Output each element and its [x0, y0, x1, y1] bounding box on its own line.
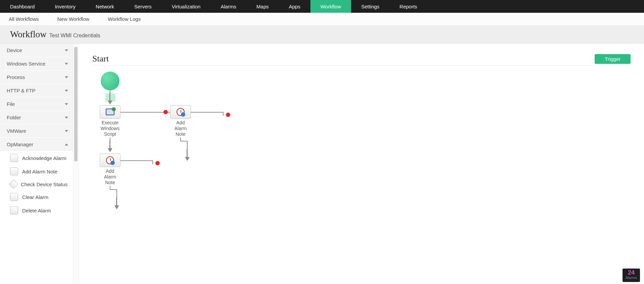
task-icon: [10, 206, 18, 214]
nav-workflow[interactable]: Workflow: [310, 0, 351, 13]
connector: [180, 137, 181, 141]
sidebar-task-label: Acknowledge Alarm: [22, 155, 66, 161]
sidebar-cat-http-ftp[interactable]: HTTP & FTP: [0, 84, 73, 97]
sidebar-cat-label: Device: [7, 47, 22, 53]
sidebar-task-label: Delete Alarm: [22, 208, 51, 213]
arrow-down-icon: [108, 148, 112, 152]
connector: [191, 112, 223, 113]
subnav-all-workflows[interactable]: All Workflows: [9, 16, 39, 22]
start-heading: Start: [92, 54, 109, 64]
start-node[interactable]: [101, 72, 119, 90]
nav-dashboard[interactable]: Dashboard: [0, 0, 45, 13]
sidebar-cat-process[interactable]: Process: [0, 71, 73, 84]
alarm-note-icon: [106, 156, 114, 164]
nav-maps[interactable]: Maps: [246, 0, 279, 13]
node-execute-windows-script[interactable]: Execute Windows Script: [100, 105, 120, 137]
connector: [110, 186, 110, 189]
node-label-line: Alarm: [170, 126, 191, 131]
chevron-down-icon: [65, 117, 68, 119]
connector: [120, 160, 152, 161]
sub-nav: All Workflows New Workflow Workflow Logs: [0, 13, 644, 26]
task-icon: [10, 167, 18, 175]
script-icon: [106, 109, 114, 115]
main-nav: Dashboard Inventory Network Servers Virt…: [0, 0, 644, 13]
sidebar-task-check-device-status[interactable]: Check Device Status: [0, 178, 73, 190]
alarm-count-badge[interactable]: 24 Alarms: [623, 269, 640, 282]
alarm-count: 24: [623, 270, 640, 276]
sidebar-cat-file[interactable]: File: [0, 97, 73, 111]
sidebar-cat-label: Process: [7, 74, 25, 80]
sidebar-cat-device[interactable]: Device: [0, 44, 73, 57]
workflow-canvas[interactable]: Start Trigger Execute Windows Script Ad: [79, 44, 644, 284]
chevron-down-icon: [65, 49, 68, 51]
connector: [223, 112, 224, 116]
alarm-note-icon: [177, 108, 185, 116]
sidebar-task-label: Add Alarm Note: [22, 169, 57, 174]
page-subtitle: Test WMI Credentials: [49, 31, 100, 39]
node-label-line: Windows: [100, 126, 120, 131]
sidebar: Device Windows Service Process HTTP & FT…: [0, 44, 79, 284]
sidebar-task-acknowledge-alarm[interactable]: Acknowledge Alarm: [0, 151, 73, 165]
subnav-new-workflow[interactable]: New Workflow: [57, 16, 90, 22]
sidebar-cat-label: Folder: [7, 115, 21, 120]
fail-terminal-icon[interactable]: [163, 110, 168, 114]
arrow-down-icon: [185, 157, 190, 161]
nav-reports[interactable]: Reports: [390, 0, 428, 13]
fail-terminal-icon[interactable]: [155, 161, 160, 165]
nav-settings[interactable]: Settings: [351, 0, 389, 13]
task-icon: [10, 154, 18, 162]
sidebar-task-label: Check Device Status: [21, 181, 67, 187]
sidebar-cat-label: HTTP & FTP: [7, 88, 36, 93]
sidebar-cat-label: File: [7, 101, 15, 107]
nav-network[interactable]: Network: [86, 0, 124, 13]
nav-inventory[interactable]: Inventory: [45, 0, 86, 13]
chevron-down-icon: [65, 90, 68, 92]
subnav-workflow-logs[interactable]: Workflow Logs: [108, 16, 141, 22]
sidebar-task-delete-alarm[interactable]: Delete Alarm: [0, 204, 73, 217]
scrollbar[interactable]: [73, 44, 79, 284]
sidebar-cat-label: OpManager: [7, 141, 33, 147]
node-label-line: Alarm: [100, 174, 120, 180]
chevron-down-icon: [65, 130, 68, 132]
trigger-button[interactable]: Trigger: [595, 54, 631, 64]
node-label-line: Note: [100, 180, 120, 186]
chevron-up-icon: [65, 144, 68, 146]
arrow-down-icon: [108, 100, 112, 105]
connector: [180, 141, 187, 141]
alarm-label: Alarms: [623, 276, 640, 280]
node-label-line: Note: [170, 131, 191, 137]
node-add-alarm-note[interactable]: Add Alarm Note: [170, 105, 191, 137]
sidebar-task-label: Clear Alarm: [22, 194, 48, 200]
chevron-down-icon: [65, 76, 68, 78]
nav-apps[interactable]: Apps: [279, 0, 310, 13]
nav-servers[interactable]: Servers: [124, 0, 162, 13]
scrollbar-thumb[interactable]: [74, 47, 78, 161]
chevron-down-icon: [65, 63, 68, 65]
sidebar-task-add-alarm-note[interactable]: Add Alarm Note: [0, 165, 73, 178]
sidebar-cat-label: VMWare: [7, 128, 26, 134]
sidebar-cat-label: Windows Service: [7, 61, 45, 67]
connector: [120, 112, 170, 113]
fail-terminal-icon[interactable]: [226, 113, 230, 117]
title-bar: Workflow Test WMI Credentials: [0, 26, 644, 44]
node-label-line: Script: [100, 131, 120, 137]
node-label-line: Execute: [100, 120, 120, 126]
connector: [152, 160, 153, 164]
page-title: Workflow: [10, 29, 47, 40]
task-icon: [10, 193, 18, 201]
sidebar-cat-windows-service[interactable]: Windows Service: [0, 57, 73, 71]
nav-virtualization[interactable]: Virtualization: [162, 0, 211, 13]
task-icon: [9, 179, 18, 189]
connector: [110, 189, 116, 190]
node-label-line: Add: [170, 120, 191, 126]
node-add-alarm-note-2[interactable]: Add Alarm Note: [100, 154, 120, 186]
chevron-down-icon: [65, 103, 68, 105]
node-label-line: Add: [100, 168, 120, 174]
sidebar-cat-folder[interactable]: Folder: [0, 111, 73, 124]
sidebar-cat-opmanager[interactable]: OpManager: [0, 138, 73, 151]
sidebar-cat-vmware[interactable]: VMWare: [0, 124, 73, 138]
sidebar-task-clear-alarm[interactable]: Clear Alarm: [0, 190, 73, 204]
arrow-down-icon: [114, 205, 119, 209]
nav-alarms[interactable]: Alarms: [210, 0, 246, 13]
